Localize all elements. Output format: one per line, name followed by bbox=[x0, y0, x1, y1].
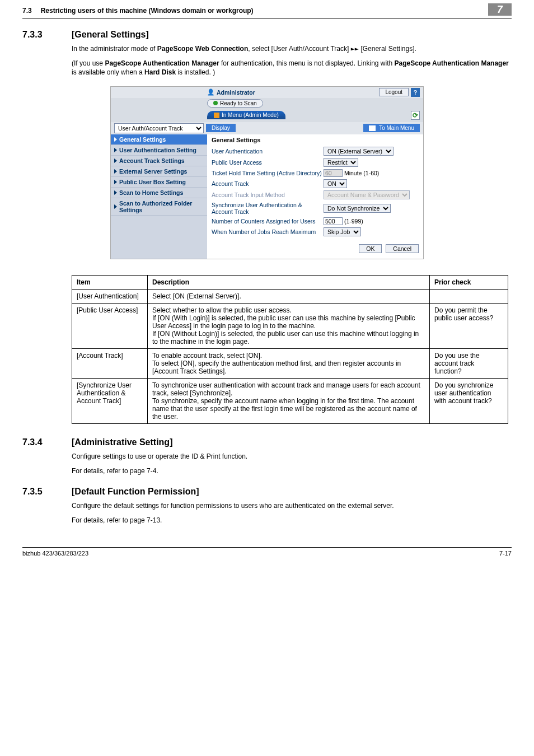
heading-num: 7.3.3 bbox=[22, 30, 56, 40]
cell-prior-check: Do you permit the public user access? bbox=[430, 303, 508, 348]
sidebar-item-scan-to-authorized-folder-settings[interactable]: Scan to Authorized Folder Settings bbox=[111, 198, 207, 216]
cell-item: [Synchronize User Authentication & Accou… bbox=[72, 378, 148, 423]
select-jobs-max[interactable]: Skip Job bbox=[324, 227, 361, 236]
chevron-right-icon bbox=[114, 137, 117, 142]
sidebar-item-public-user-box-setting[interactable]: Public User Box Setting bbox=[111, 177, 207, 188]
category-select[interactable]: User Auth/Account Track bbox=[114, 123, 204, 133]
select-account-track-input-method: Account Name & Password bbox=[324, 190, 410, 199]
para-733b: (If you use PageScope Authentication Man… bbox=[72, 59, 512, 77]
footer-left: bizhub 423/363/283/223 bbox=[22, 550, 88, 557]
to-main-menu-button[interactable]: To Main Menu bbox=[363, 124, 420, 132]
chevron-right-icon bbox=[114, 180, 117, 184]
para-734b: For details, refer to page 7-4. bbox=[72, 466, 512, 475]
chevron-right-icon bbox=[114, 169, 117, 174]
cell-description: Select [ON (External Server)]. bbox=[148, 289, 430, 303]
header-section-number: 7.3 bbox=[22, 7, 32, 15]
help-icon[interactable]: ? bbox=[411, 88, 420, 97]
description-table: Item Description Prior check [User Authe… bbox=[72, 275, 508, 424]
embed-breadcrumb-row: User Auth/Account Track Display To Main … bbox=[111, 122, 423, 134]
display-button[interactable]: Display bbox=[206, 124, 236, 132]
para-735a: Configure the default settings for funct… bbox=[72, 501, 512, 510]
row-account-track-input-method: Account Track Input Method Account Name … bbox=[212, 189, 419, 200]
ready-dot-icon bbox=[213, 101, 218, 105]
embed-tab-row: In Menu (Admin Mode) ⟳ bbox=[111, 111, 423, 120]
cell-item: [Account Track] bbox=[72, 348, 148, 378]
input-number-of-counters[interactable] bbox=[324, 217, 343, 225]
embed-panel: General Settings User Authentication ON … bbox=[207, 134, 423, 259]
panel-title: General Settings bbox=[212, 137, 419, 143]
sidebar-item-general-settings[interactable]: General Settings bbox=[111, 134, 207, 145]
table-row: [Account Track]To enable account track, … bbox=[72, 348, 508, 378]
para-734a: Configure settings to use or operate the… bbox=[72, 452, 512, 461]
select-public-user-access[interactable]: Restrict bbox=[324, 158, 358, 167]
sidebar-item-user-auth-setting[interactable]: User Authentication Setting bbox=[111, 145, 207, 156]
page-top-header: 7.3 Restricting users of this machine (W… bbox=[22, 0, 512, 18]
cell-item: [Public User Access] bbox=[72, 303, 148, 348]
table-header-row: Item Description Prior check bbox=[72, 275, 508, 289]
sidebar-item-scan-to-home-settings[interactable]: Scan to Home Settings bbox=[111, 188, 207, 198]
th-description: Description bbox=[148, 275, 430, 289]
refresh-icon[interactable]: ⟳ bbox=[411, 111, 420, 120]
footer-right: 7-17 bbox=[499, 550, 512, 557]
chevron-right-icon bbox=[114, 148, 117, 152]
tab-admin-mode[interactable]: In Menu (Admin Mode) bbox=[207, 111, 285, 119]
embed-status-row: Ready to Scan bbox=[111, 98, 423, 111]
heading-title: [Default Function Permission] bbox=[72, 487, 199, 497]
ok-button[interactable]: OK bbox=[359, 244, 382, 253]
embedded-screenshot: 👤 Administrator Logout ? Ready to Scan I… bbox=[110, 86, 424, 259]
sidebar-item-account-track-settings[interactable]: Account Track Settings bbox=[111, 156, 207, 166]
admin-label: 👤 Administrator bbox=[207, 88, 255, 96]
select-user-authentication[interactable]: ON (External Server) bbox=[324, 147, 394, 156]
heading-733: 7.3.3 [General Settings] bbox=[22, 30, 512, 40]
table-row: [Synchronize User Authentication & Accou… bbox=[72, 378, 508, 423]
embed-titlebar: 👤 Administrator Logout ? bbox=[111, 87, 423, 98]
admin-icon: 👤 bbox=[207, 88, 214, 96]
header-chapter-badge: 7 bbox=[488, 3, 512, 16]
heading-735: 7.3.5 [Default Function Permission] bbox=[22, 487, 512, 497]
table-row: [User Authentication]Select [ON (Externa… bbox=[72, 289, 508, 303]
cell-description: To enable account track, select [ON]. To… bbox=[148, 348, 430, 378]
embed-body: General Settings User Authentication Set… bbox=[111, 134, 423, 259]
arrows-icon: ►► bbox=[351, 45, 359, 53]
logout-button[interactable]: Logout bbox=[379, 88, 409, 96]
select-synchronize[interactable]: Do Not Synchronize bbox=[324, 204, 391, 213]
tab-folder-icon bbox=[214, 113, 219, 118]
row-ticket-hold-time: Ticket Hold Time Setting (Active Directo… bbox=[212, 168, 419, 178]
chevron-right-icon bbox=[114, 158, 117, 163]
cell-description: To synchronize user authentication with … bbox=[148, 378, 430, 423]
cell-item: [User Authentication] bbox=[72, 289, 148, 303]
cell-prior-check bbox=[430, 289, 508, 303]
menu-icon bbox=[369, 125, 376, 131]
para-733a: In the administrator mode of PageScope W… bbox=[72, 44, 512, 53]
heading-num: 7.3.5 bbox=[22, 487, 56, 497]
cell-description: Select whether to allow the public user … bbox=[148, 303, 430, 348]
heading-734: 7.3.4 [Administrative Setting] bbox=[22, 437, 512, 447]
panel-actions: OK Cancel bbox=[212, 244, 419, 253]
th-item: Item bbox=[72, 275, 148, 289]
cancel-button[interactable]: Cancel bbox=[386, 244, 419, 253]
heading-num: 7.3.4 bbox=[22, 437, 56, 447]
select-account-track[interactable]: ON bbox=[324, 179, 347, 188]
heading-title: [Administrative Setting] bbox=[72, 437, 172, 447]
sidebar-item-external-server-settings[interactable]: External Server Settings bbox=[111, 166, 207, 177]
para-735b: For details, refer to page 7-13. bbox=[72, 516, 512, 525]
header-section-title: Restricting users of this machine (Windo… bbox=[41, 7, 479, 15]
row-number-of-counters: Number of Counters Assigned for Users (1… bbox=[212, 216, 419, 226]
row-user-authentication: User Authentication ON (External Server) bbox=[212, 146, 419, 157]
cell-prior-check: Do you use the account track function? bbox=[430, 348, 508, 378]
th-prior-check: Prior check bbox=[430, 275, 508, 289]
row-jobs-max: When Number of Jobs Reach Maximum Skip J… bbox=[212, 226, 419, 237]
row-public-user-access: Public User Access Restrict bbox=[212, 157, 419, 168]
input-ticket-hold-time[interactable] bbox=[324, 169, 343, 177]
table-row: [Public User Access]Select whether to al… bbox=[72, 303, 508, 348]
embed-sidebar: General Settings User Authentication Set… bbox=[111, 134, 207, 259]
chevron-right-icon bbox=[114, 190, 117, 195]
row-synchronize: Synchronize User Authentication & Accoun… bbox=[212, 200, 419, 216]
cell-prior-check: Do you synchronize user authentication w… bbox=[430, 378, 508, 423]
heading-title: [General Settings] bbox=[72, 30, 149, 40]
page-footer: bizhub 423/363/283/223 7-17 bbox=[22, 547, 512, 557]
row-account-track: Account Track ON bbox=[212, 178, 419, 189]
ready-status: Ready to Scan bbox=[207, 99, 263, 108]
chevron-right-icon bbox=[114, 204, 117, 209]
